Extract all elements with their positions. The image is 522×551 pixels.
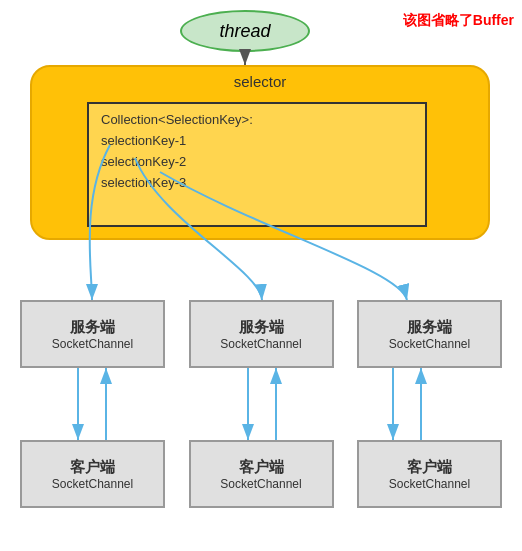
server-box-3: 服务端 SocketChannel xyxy=(357,300,502,368)
client-3-cn: 客户端 xyxy=(407,458,452,477)
client-box-2: 客户端 SocketChannel xyxy=(189,440,334,508)
server-3-en: SocketChannel xyxy=(389,337,470,351)
client-box-3: 客户端 SocketChannel xyxy=(357,440,502,508)
selection-key-2: selectionKey-2 xyxy=(101,152,413,173)
client-1-en: SocketChannel xyxy=(52,477,133,491)
server-2-en: SocketChannel xyxy=(220,337,301,351)
collection-box: Collection<SelectionKey>: selectionKey-1… xyxy=(87,102,427,227)
annotation-text: 该图省略了Buffer xyxy=(403,12,514,30)
server-3-cn: 服务端 xyxy=(407,318,452,337)
server-1-cn: 服务端 xyxy=(70,318,115,337)
server-box-1: 服务端 SocketChannel xyxy=(20,300,165,368)
client-row: 客户端 SocketChannel 客户端 SocketChannel 客户端 … xyxy=(20,440,502,508)
server-2-cn: 服务端 xyxy=(239,318,284,337)
selection-key-1: selectionKey-1 xyxy=(101,131,413,152)
client-1-cn: 客户端 xyxy=(70,458,115,477)
thread-ellipse: thread xyxy=(180,10,310,52)
client-2-cn: 客户端 xyxy=(239,458,284,477)
selector-outer: selector Collection<SelectionKey>: selec… xyxy=(30,65,490,240)
diagram-container: thread 该图省略了Buffer selector Collection<S… xyxy=(0,0,522,551)
selector-label: selector xyxy=(234,73,287,90)
client-3-en: SocketChannel xyxy=(389,477,470,491)
server-box-2: 服务端 SocketChannel xyxy=(189,300,334,368)
client-box-1: 客户端 SocketChannel xyxy=(20,440,165,508)
server-row: 服务端 SocketChannel 服务端 SocketChannel 服务端 … xyxy=(20,300,502,368)
thread-label: thread xyxy=(219,21,270,42)
collection-title: Collection<SelectionKey>: xyxy=(101,112,413,127)
selection-key-3: selectionKey-3 xyxy=(101,173,413,194)
server-1-en: SocketChannel xyxy=(52,337,133,351)
client-2-en: SocketChannel xyxy=(220,477,301,491)
